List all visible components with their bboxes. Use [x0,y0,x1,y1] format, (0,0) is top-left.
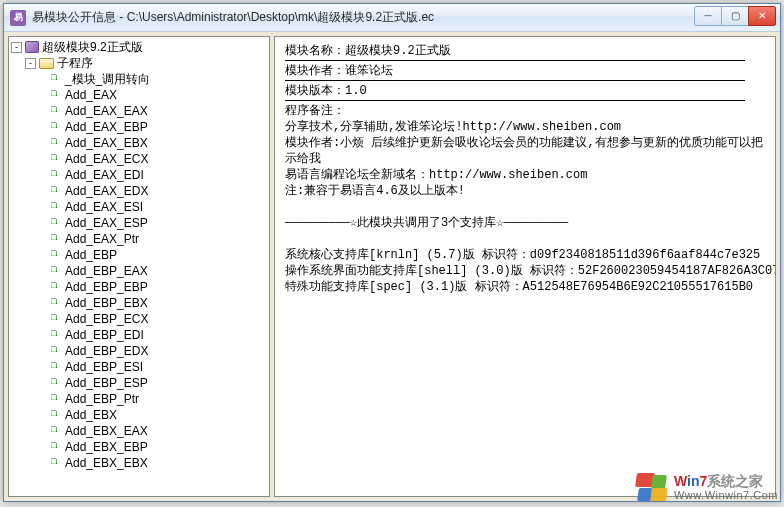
tree-item[interactable]: Add_EAX_EDI [9,167,269,183]
tree-item-label: Add_EAX_Ptr [65,231,139,247]
tree-item[interactable]: Add_EBP_ECX [9,311,269,327]
tree-item-label: Add_EAX_EDI [65,167,144,183]
titlebar[interactable]: 易 易模块公开信息 - C:\Users\Administrator\Deskt… [4,4,780,32]
info-author: 模块作者：谁笨论坛 [285,63,765,79]
tree-item-label: Add_EBP [65,247,117,263]
function-icon [51,346,65,357]
tree-item-label: Add_EAX_ECX [65,151,148,167]
tree-item[interactable]: _模块_调用转向 [9,71,269,87]
tree-item[interactable]: Add_EBX [9,407,269,423]
tree-item-label: Add_EBX [65,407,117,423]
function-icon [51,266,65,277]
function-icon [51,298,65,309]
info-panel[interactable]: 模块名称：超级模块9.2正式版 模块作者：谁笨论坛 模块版本：1.0 程序备注：… [274,36,776,497]
function-icon [51,234,65,245]
tree-item-label: Add_EBP_ESP [65,375,148,391]
tree-root-label: 超级模块9.2正式版 [42,39,143,55]
tree-item[interactable]: Add_EAX [9,87,269,103]
function-icon [51,170,65,181]
tree-folder[interactable]: - 子程序 [9,55,269,71]
body-area: - 超级模块9.2正式版 - 子程序 _模块_调用转向Add_EAXAdd_EA… [4,32,780,501]
info-remarks-line: 注:兼容于易语言4.6及以上版本! [285,183,765,199]
tree-item[interactable]: Add_EAX_ESI [9,199,269,215]
window-controls: ─ ▢ ✕ [695,6,776,26]
tree-item[interactable]: Add_EBP_EDI [9,327,269,343]
minimize-button[interactable]: ─ [694,6,722,26]
tree-item[interactable]: Add_EAX_EDX [9,183,269,199]
tree-item[interactable]: Add_EBP_EDX [9,343,269,359]
tree-item[interactable]: Add_EBX_EBX [9,455,269,471]
divider-line [285,80,745,81]
info-remarks-line: 模块作者:小烦 后续维护更新会吸收论坛会员的功能建议,有想参与更新的优质功能可以… [285,135,765,151]
function-icon [51,394,65,405]
function-icon [51,250,65,261]
tree-item[interactable]: Add_EAX_EBP [9,119,269,135]
tree-item-label: Add_EAX_ESI [65,199,143,215]
info-remarks-line: 易语言编程论坛全新域名：http://www.sheiben.com [285,167,765,183]
info-remarks-line [285,231,765,247]
info-version: 模块版本：1.0 [285,83,765,99]
function-icon [51,282,65,293]
function-icon [51,186,65,197]
tree-item[interactable]: Add_EBP_EBP [9,279,269,295]
function-icon [51,314,65,325]
tree-item-label: Add_EAX_ESP [65,215,148,231]
info-name: 模块名称：超级模块9.2正式版 [285,43,765,59]
module-icon [25,41,39,53]
watermark-text: Win7系统之家 Www.Winwin7.Com [674,474,778,502]
function-icon [51,362,65,373]
tree-item[interactable]: Add_EAX_ESP [9,215,269,231]
tree-item-label: _模块_调用转向 [65,71,150,87]
tree-item-label: Add_EAX [65,87,117,103]
function-icon [51,458,65,469]
collapse-icon[interactable]: - [25,58,36,69]
tree-item-label: Add_EBX_EBP [65,439,148,455]
tree-root[interactable]: - 超级模块9.2正式版 [9,39,269,55]
tree-item-label: Add_EAX_EBX [65,135,148,151]
function-icon [51,138,65,149]
tree-item[interactable]: Add_EAX_EBX [9,135,269,151]
function-icon [51,122,65,133]
tree-panel[interactable]: - 超级模块9.2正式版 - 子程序 _模块_调用转向Add_EAXAdd_EA… [8,36,270,497]
tree-item-label: Add_EBP_ESI [65,359,143,375]
maximize-button[interactable]: ▢ [721,6,749,26]
tree-item-label: Add_EBX_EBX [65,455,148,471]
tree-item[interactable]: Add_EAX_Ptr [9,231,269,247]
function-icon [51,410,65,421]
function-icon [51,442,65,453]
tree-item[interactable]: Add_EAX_ECX [9,151,269,167]
tree-item[interactable]: Add_EBP_ESP [9,375,269,391]
tree-item[interactable]: Add_EBP_EBX [9,295,269,311]
tree-item[interactable]: Add_EBP [9,247,269,263]
app-icon: 易 [10,10,26,26]
tree-item[interactable]: Add_EBP_Ptr [9,391,269,407]
tree-item-label: Add_EBX_EAX [65,423,148,439]
tree-item[interactable]: Add_EBP_EAX [9,263,269,279]
info-lib-line: 特殊功能支持库[spec] (3.1)版 标识符：A512548E76954B6… [285,279,765,295]
close-button[interactable]: ✕ [748,6,776,26]
function-icon [51,154,65,165]
info-remarks-line: 分享技术,分享辅助,发谁笨论坛!http://www.sheiben.com [285,119,765,135]
function-icon [51,330,65,341]
collapse-icon[interactable]: - [11,42,22,53]
divider-line [285,100,745,101]
tree-item[interactable]: Add_EBX_EBP [9,439,269,455]
tree-item-label: Add_EBP_EDX [65,343,148,359]
tree-item-label: Add_EBP_Ptr [65,391,139,407]
function-icon [51,378,65,389]
window-title: 易模块公开信息 - C:\Users\Administrator\Desktop… [32,9,695,26]
folder-icon [39,58,54,69]
windows-logo-icon [634,473,668,503]
function-icon [51,90,65,101]
tree-item[interactable]: Add_EBX_EAX [9,423,269,439]
tree-item[interactable]: Add_EAX_EAX [9,103,269,119]
info-lib-line: 操作系统界面功能支持库[shell] (3.0)版 标识符：52F2600230… [285,263,765,279]
tree-item-label: Add_EBP_EAX [65,263,148,279]
info-lib-divider: ─────────☆此模块共调用了3个支持库☆───────── [285,215,765,231]
tree-folder-label: 子程序 [57,55,93,71]
module-tree: - 超级模块9.2正式版 - 子程序 _模块_调用转向Add_EAXAdd_EA… [9,37,269,473]
function-icon [51,106,65,117]
info-lib-line: 系统核心支持库[krnln] (5.7)版 标识符：d09f2340818511… [285,247,765,263]
tree-item[interactable]: Add_EBP_ESI [9,359,269,375]
tree-item-label: Add_EBP_EDI [65,327,144,343]
